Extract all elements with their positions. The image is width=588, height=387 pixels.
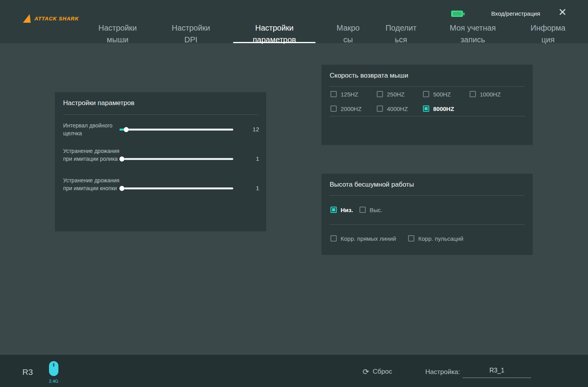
tab-macros[interactable]: Макро сы — [336, 22, 359, 45]
slider-scroll-jitter[interactable] — [120, 156, 233, 162]
profile-name-input[interactable]: R3_1 — [463, 365, 531, 378]
tab-info[interactable]: Информа ция — [531, 22, 566, 45]
checkbox-box-icon — [330, 105, 337, 112]
slider-handle[interactable] — [119, 156, 124, 162]
slider-value: 1 — [240, 185, 259, 191]
shark-logo-icon — [23, 14, 33, 23]
checkbox-box-icon — [330, 91, 337, 97]
tab-my-account[interactable]: Моя учетная запись — [450, 22, 495, 45]
slider-track — [120, 129, 233, 131]
slider-track — [120, 187, 233, 189]
checkbox-straight-line-correction[interactable]: Корр. прямых линий — [330, 235, 396, 242]
tab-share[interactable]: Поделит ься — [385, 22, 416, 45]
tab-dpi-settings[interactable]: Настройки DPI — [172, 22, 210, 45]
login-link[interactable]: Вход/регистрация — [491, 10, 540, 17]
checkbox-2000hz[interactable]: 2000HZ — [330, 105, 361, 112]
divider — [330, 86, 525, 87]
checkbox-box-icon — [423, 105, 429, 112]
checkbox-box-icon — [330, 235, 337, 242]
divider — [330, 224, 525, 225]
close-icon[interactable]: ✕ — [558, 6, 567, 18]
brand-name: ATTACK SHARK — [34, 16, 79, 22]
checkbox-250hz[interactable]: 250HZ — [377, 91, 405, 98]
slider-value: 12 — [240, 126, 259, 133]
parameter-settings-panel: Настройки параметров Интервал двойного щ… — [55, 92, 266, 231]
silent-height-panel: Высота бесшумной работы Низ. Выс. Корр. … — [321, 174, 533, 255]
mouse-icon — [49, 361, 59, 376]
checkbox-box-icon — [377, 105, 383, 112]
checkbox-low[interactable]: Низ. — [330, 206, 353, 213]
checkbox-125hz[interactable]: 125HZ — [330, 91, 358, 98]
checkbox-4000hz[interactable]: 4000HZ — [377, 105, 408, 112]
device-name: R3 — [22, 367, 33, 377]
slider-label-scroll-jitter: Устранение дрожания при имитации ролика — [63, 147, 120, 163]
checkbox-1000hz[interactable]: 1000HZ — [470, 91, 501, 98]
divider — [330, 116, 525, 116]
panel-title: Скорость возврата мыши — [330, 72, 408, 80]
device-connection[interactable]: 2.4G — [45, 361, 62, 383]
divider — [330, 195, 525, 196]
panel-title: Настройки параметров — [63, 99, 134, 107]
checkbox-box-icon — [359, 207, 366, 213]
slider-label-double-click: Интервал двойного щелчка — [63, 122, 120, 137]
checkbox-box-icon — [377, 91, 383, 97]
panel-title: Высота бесшумной работы — [330, 181, 414, 189]
checkbox-high[interactable]: Выс. — [359, 206, 382, 213]
checkbox-500hz[interactable]: 500HZ — [423, 91, 451, 98]
slider-handle[interactable] — [124, 127, 129, 132]
checkbox-ripple-correction[interactable]: Корр. пульсаций — [408, 235, 463, 242]
connection-label: 2.4G — [45, 379, 62, 383]
footer: R3 2.4G ⟳ Сброс Настройка: R3_1 — [0, 355, 588, 387]
slider-button-jitter[interactable] — [120, 185, 233, 191]
checkbox-box-icon — [470, 91, 476, 97]
slider-handle[interactable] — [119, 186, 124, 191]
reset-button[interactable]: ⟳ Сброс — [363, 367, 392, 376]
divider — [63, 114, 258, 115]
slider-label-button-jitter: Устранение дрожания при имитации кнопки — [63, 176, 120, 192]
checkbox-box-icon — [408, 235, 414, 242]
tab-mouse-settings[interactable]: Настройки мыши — [98, 22, 137, 45]
brand-logo: ATTACK SHARK — [24, 14, 79, 23]
checkbox-box-icon — [330, 207, 337, 213]
refresh-icon: ⟳ — [363, 367, 369, 376]
battery-icon — [451, 10, 465, 19]
checkbox-8000hz[interactable]: 8000HZ — [423, 105, 454, 112]
polling-rate-panel: Скорость возврата мыши 125HZ 250HZ 500HZ… — [321, 65, 533, 145]
checkbox-box-icon — [423, 91, 429, 97]
profile-label: Настройка: — [425, 368, 460, 376]
slider-value: 1 — [240, 155, 259, 162]
header: ATTACK SHARK Настройки мыши Настройки DP… — [0, 0, 588, 44]
slider-track — [120, 158, 233, 160]
tab-parameter-settings[interactable]: Настройки параметров — [253, 22, 296, 45]
slider-double-click-interval[interactable] — [120, 127, 233, 132]
